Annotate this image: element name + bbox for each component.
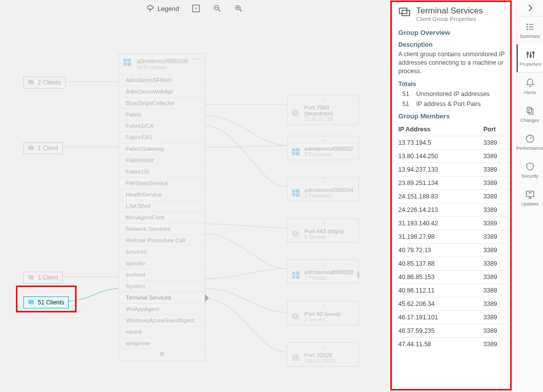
process-row[interactable]: Network Services	[119, 223, 205, 234]
process-row[interactable]: FileStoreService	[119, 177, 205, 189]
clients-icon	[28, 299, 35, 306]
group-overview-heading: Group Overview	[398, 29, 508, 36]
dependency-box[interactable]: ⌄Port 32526168.63.129.16	[287, 342, 359, 367]
chevron-down-icon[interactable]: ⌄	[287, 301, 359, 308]
svg-point-37	[527, 24, 528, 25]
client-group-51[interactable]: 51 Clients	[23, 296, 69, 308]
description-heading: Description	[398, 41, 508, 48]
rail-performance[interactable]: Performance	[517, 128, 543, 156]
chevron-down-icon[interactable]: ⌄	[287, 95, 359, 102]
map-toolbar: Legend	[0, 0, 389, 17]
process-row[interactable]: FabricDCA	[119, 120, 205, 131]
process-row[interactable]: Terminal Services	[119, 292, 205, 303]
svg-rect-30	[296, 275, 300, 279]
process-row[interactable]: wmiprvse	[119, 337, 205, 349]
member-row[interactable]: 47.44.11.583389	[398, 337, 508, 351]
member-row[interactable]: 46.17.191.1013389	[398, 310, 508, 324]
zoom-in-button[interactable]	[234, 4, 243, 13]
process-row[interactable]: AdmDemoWebApi	[119, 86, 205, 97]
chevron-down-icon[interactable]: ⌄	[287, 178, 359, 185]
process-row[interactable]: wininit	[119, 326, 205, 337]
member-row[interactable]: 45.62.206.343389	[398, 297, 508, 310]
dependency-box[interactable]: ⌄Port 80 (www)2 Servers	[287, 301, 359, 325]
dependency-box[interactable]: ⌄admdemosf0000031 Processi	[287, 259, 359, 284]
process-row[interactable]: FabricGateway	[119, 143, 205, 154]
process-row[interactable]: BlueStripeCollector	[119, 97, 205, 108]
member-row[interactable]: 40.86.112.113389	[398, 284, 508, 297]
member-row[interactable]: 24.151.188.833389	[398, 190, 508, 203]
dependency-box[interactable]: ⌄Port 7560 (bluestripe)23.96.26.100	[287, 95, 359, 125]
svg-rect-28	[296, 271, 300, 275]
member-row[interactable]: 46.37.59.2353389	[398, 324, 508, 337]
rail-security[interactable]: Security	[517, 156, 543, 184]
process-row[interactable]: Fabric	[119, 108, 205, 120]
pages-icon	[525, 106, 535, 116]
dependency-box[interactable]: ⌄admdemosf0000022 Processes	[287, 136, 359, 160]
member-row[interactable]: 13.94.237.1333389	[398, 163, 508, 176]
svg-rect-11	[124, 59, 127, 62]
machine-sub: 24 Processes	[137, 65, 200, 70]
card-menu-icon[interactable]: •••	[193, 56, 202, 62]
member-row[interactable]: 13.80.144.2503389	[398, 149, 508, 163]
shield-icon	[159, 351, 165, 357]
description-text: A client group contains unmonitored IP a…	[398, 50, 508, 76]
client-group-1b[interactable]: 1 Client	[23, 272, 63, 284]
process-row[interactable]: WaAppAgent	[119, 303, 205, 314]
chevron-down-icon[interactable]: ⌄	[287, 343, 359, 350]
member-row[interactable]: 40.79.72.133389	[398, 243, 508, 257]
shield-icon	[525, 162, 535, 172]
process-row[interactable]: services	[119, 246, 205, 257]
process-row[interactable]: HealthService	[119, 189, 205, 200]
sliders-icon	[526, 50, 536, 60]
rail-changes[interactable]: Changes	[517, 100, 543, 128]
member-row[interactable]: 40.86.85.1533389	[398, 270, 508, 284]
process-row[interactable]: Remote Procedure Call	[119, 234, 205, 246]
process-row[interactable]: LSA Shell	[119, 200, 205, 211]
client-group-2[interactable]: 2 Clients	[23, 77, 66, 89]
member-row[interactable]: 31.198.27.983389	[398, 230, 508, 243]
process-row[interactable]: FabricUS	[119, 166, 205, 177]
member-row[interactable]: 31.193.140.423389	[398, 216, 508, 230]
legend-button[interactable]: Legend	[146, 4, 179, 13]
process-row[interactable]: svchost	[119, 269, 205, 280]
svg-rect-0	[192, 5, 199, 12]
member-row[interactable]: 40.85.137.883389	[398, 257, 508, 270]
svg-rect-27	[292, 272, 295, 275]
member-row[interactable]: 23.89.251.1343389	[398, 176, 508, 190]
legend-label: Legend	[158, 5, 179, 12]
process-row[interactable]: WindowsAzureGuestAgent	[119, 314, 205, 326]
svg-point-42	[533, 52, 534, 53]
member-row[interactable]: 13.73.194.53389	[398, 136, 508, 149]
rail-properties[interactable]: Properties	[517, 44, 543, 72]
svg-rect-13	[124, 63, 127, 66]
rail-updates[interactable]: Updates	[517, 184, 543, 212]
info-icon[interactable]: i	[357, 272, 360, 279]
zoom-out-button[interactable]	[213, 4, 222, 13]
process-row[interactable]: AdmDemoSFWeb	[119, 74, 205, 86]
gauge-icon	[525, 134, 535, 144]
process-row[interactable]: FabricHost	[119, 154, 205, 166]
dependency-box[interactable]: ⌄Port 443 (https)9 Servers	[287, 218, 359, 243]
chevron-down-icon[interactable]: ⌄	[287, 136, 359, 143]
svg-rect-24	[296, 193, 300, 196]
dependency-box[interactable]: ⌄admdemosf0000042 Processes	[287, 177, 359, 201]
machine-card[interactable]: ••• admdemosf000000 24 Processes AdmDemo…	[118, 53, 205, 361]
bell-icon	[525, 78, 535, 88]
rail-summary[interactable]: Summary	[517, 16, 543, 44]
client-group-1a[interactable]: 1 Client	[23, 142, 63, 154]
process-row[interactable]: spoolsv	[119, 257, 205, 269]
process-row[interactable]: MonAgentCore	[119, 211, 205, 223]
properties-panel: Terminal Services Client Group Propertie…	[390, 0, 516, 392]
fit-button[interactable]	[191, 4, 200, 13]
member-row[interactable]: 24.226.14.2133389	[398, 203, 508, 216]
chevron-down-icon[interactable]: ⌄	[287, 260, 359, 267]
totals-row: 51Unmonitored IP addresses	[398, 91, 508, 98]
process-row[interactable]: FabricFAS	[119, 131, 205, 143]
rail-alerts[interactable]: Alerts	[517, 73, 543, 100]
group-members-heading: Group Members	[398, 112, 508, 120]
card-footer	[119, 349, 205, 361]
chevron-down-icon[interactable]: ⌄	[287, 219, 359, 226]
rail-expand[interactable]	[517, 0, 543, 16]
process-row[interactable]: System	[119, 280, 205, 292]
svg-point-39	[527, 29, 528, 30]
